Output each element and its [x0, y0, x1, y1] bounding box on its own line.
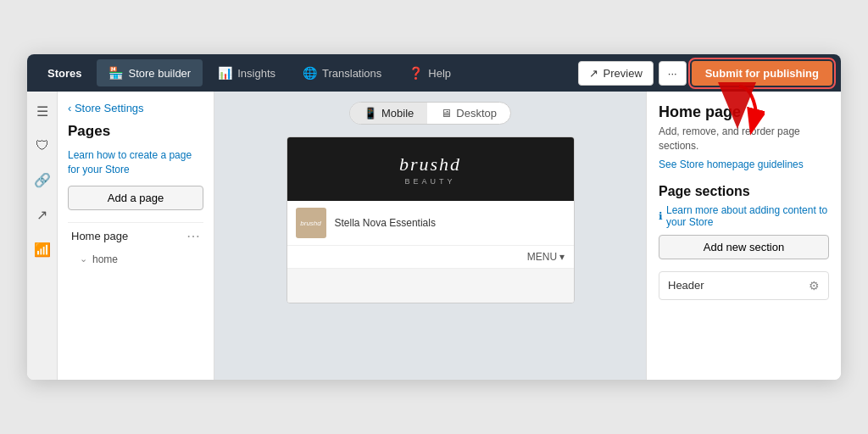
translations-icon: 🌐	[303, 66, 317, 80]
preview-icon: ↗	[589, 67, 598, 80]
sidebar-chart-icon[interactable]: 📶	[31, 238, 54, 261]
home-page-list-item[interactable]: Home page ⋯	[68, 222, 203, 249]
add-new-section-button[interactable]: Add new section	[659, 235, 829, 259]
main-layout: ☰ 🛡 🔗 ↗ 📶 ‹ Store Settings Pages Learn h…	[27, 92, 841, 380]
home-page-title: Home page	[659, 103, 829, 121]
store-menu-label: MENU ▾	[527, 251, 565, 263]
submit-for-publishing-button[interactable]: Submit for publishing	[692, 61, 832, 86]
store-header-banner: brushd BEAUTY	[287, 137, 574, 201]
header-section-label: Header	[668, 279, 704, 292]
sidebar-shield-icon[interactable]: 🛡	[32, 135, 53, 157]
store-logo-text: brushd	[300, 220, 320, 227]
submit-wrapper: Submit for publishing	[692, 61, 832, 86]
sidebar-link-icon[interactable]: 🔗	[31, 169, 54, 192]
info-icon: ℹ	[659, 210, 663, 222]
store-menu-row[interactable]: MENU ▾	[287, 246, 574, 269]
top-nav: Stores 🏪 Store builder 📊 Insights 🌐 Tran…	[27, 54, 841, 92]
translations-tab[interactable]: 🌐 Translations	[291, 59, 393, 86]
home-sub-page-label: home	[92, 253, 118, 265]
desktop-view-button[interactable]: 🖥 Desktop	[427, 103, 510, 124]
store-name: Stella Nova Essentials	[335, 217, 436, 229]
icon-sidebar: ☰ 🛡 🔗 ↗ 📶	[27, 92, 58, 380]
store-brand-name: brushd	[399, 153, 461, 175]
page-sections-title: Page sections	[659, 184, 829, 199]
home-page-label: Home page	[71, 230, 128, 242]
learn-create-page-link[interactable]: Learn how to create a page for your Stor…	[68, 148, 203, 177]
home-page-menu-dots[interactable]: ⋯	[186, 228, 200, 244]
insights-icon: 📊	[218, 66, 232, 80]
nav-actions: ↗ Preview ··· Submit for publishing	[578, 61, 832, 86]
preview-button[interactable]: ↗ Preview	[578, 61, 654, 86]
store-preview: brushd BEAUTY brushd Stella Nova Essenti…	[287, 136, 575, 303]
mobile-icon: 📱	[364, 107, 377, 120]
desktop-icon: 🖥	[441, 107, 452, 120]
store-brand-sub: BEAUTY	[404, 177, 455, 186]
add-page-button[interactable]: Add a page	[68, 186, 203, 210]
header-section-row[interactable]: Header ⚙	[659, 271, 829, 300]
home-sub-page-item[interactable]: ⌄ home	[68, 249, 203, 270]
pages-panel: ‹ Store Settings Pages Learn how to crea…	[58, 92, 214, 380]
stores-tab[interactable]: Stores	[36, 60, 93, 86]
back-store-settings[interactable]: ‹ Store Settings	[68, 102, 144, 114]
header-section-gear-icon[interactable]: ⚙	[809, 279, 820, 292]
add-content-learn-link[interactable]: ℹ Learn more about adding content to you…	[659, 204, 829, 228]
store-builder-icon: 🏪	[108, 66, 123, 80]
store-info-row: brushd Stella Nova Essentials	[287, 201, 574, 246]
help-icon: ❓	[409, 66, 423, 80]
homepage-guidelines-link[interactable]: See Store homepage guidelines	[659, 159, 829, 170]
store-logo: brushd	[296, 208, 326, 238]
canvas-area: 📱 Mobile 🖥 Desktop brushd BEAUTY brushd	[214, 92, 646, 380]
right-panel: Home page Add, remove, and reorder page …	[646, 92, 841, 380]
insights-tab[interactable]: 📊 Insights	[206, 59, 287, 86]
sidebar-nav-icon[interactable]: ☰	[33, 100, 52, 123]
store-builder-tab[interactable]: 🏪 Store builder	[97, 59, 203, 86]
view-toggle: 📱 Mobile 🖥 Desktop	[349, 102, 511, 125]
more-button[interactable]: ···	[659, 61, 687, 86]
help-tab[interactable]: ❓ Help	[397, 59, 463, 86]
home-page-description: Add, remove, and reorder page sections.	[659, 125, 829, 153]
sub-page-arrow-icon: ⌄	[80, 253, 87, 264]
mobile-view-button[interactable]: 📱 Mobile	[350, 103, 427, 124]
sidebar-trend-icon[interactable]: ↗	[33, 203, 51, 226]
store-content-placeholder	[287, 269, 574, 303]
pages-title: Pages	[68, 123, 203, 140]
